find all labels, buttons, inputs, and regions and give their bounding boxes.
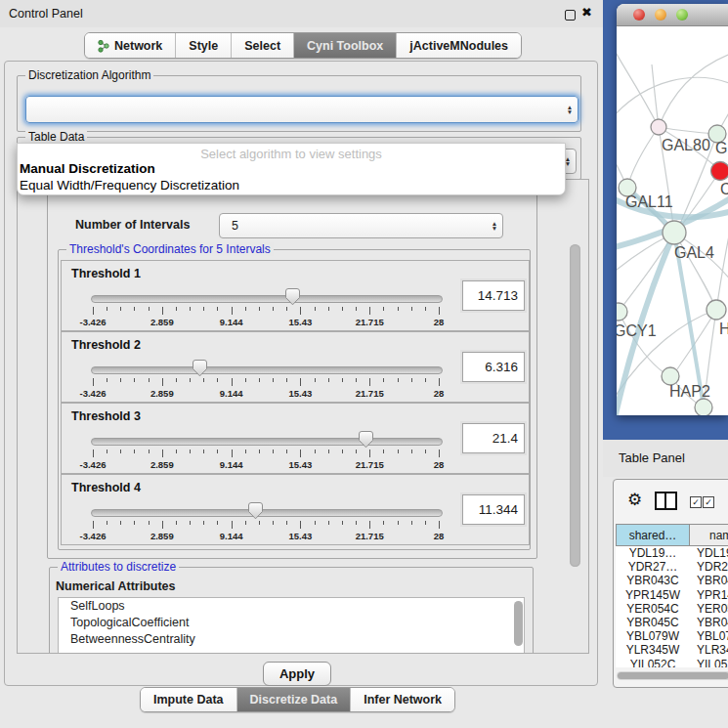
- tab-cyni-toolbox[interactable]: Cyni Toolbox: [294, 33, 397, 58]
- cell-shared-name[interactable]: YDR27…: [616, 560, 690, 574]
- threshold-value-field[interactable]: 14.713: [462, 280, 525, 311]
- slider-track[interactable]: [91, 438, 443, 446]
- minimize-traffic-light-icon[interactable]: [655, 9, 666, 21]
- table-row[interactable]: YBR045CYBR045C: [616, 616, 728, 629]
- table-row[interactable]: YBL079WYBL079W: [616, 629, 728, 643]
- cell-name[interactable]: YIL052C: [690, 658, 728, 668]
- zoom-traffic-light-icon[interactable]: [676, 9, 688, 21]
- network-edge[interactable]: [617, 77, 728, 118]
- right-node[interactable]: [707, 300, 726, 320]
- numerical-attributes-list[interactable]: SelfLoopsTopologicalCoefficientBetweenne…: [58, 597, 525, 654]
- cell-shared-name[interactable]: YBL079W: [616, 629, 690, 643]
- GAL4-node[interactable]: [663, 221, 686, 244]
- table-row[interactable]: YER054CYER054C: [616, 602, 728, 616]
- table-row[interactable]: YLR345WYLR345W: [616, 643, 728, 657]
- network-edge[interactable]: [627, 127, 659, 188]
- slider-tick: [176, 307, 177, 311]
- dropdown-option-manual[interactable]: Manual Discretization: [20, 161, 155, 176]
- cell-shared-name[interactable]: YLR345W: [616, 643, 690, 657]
- cell-name[interactable]: YBR045C: [690, 616, 728, 629]
- table-row[interactable]: YDR27…YDR27…: [616, 560, 728, 574]
- tab-infer-network[interactable]: Infer Network: [351, 688, 454, 711]
- cell-name[interactable]: YBL079W: [690, 629, 728, 643]
- slider-tick: [369, 307, 370, 315]
- cell-shared-name[interactable]: YBR045C: [616, 616, 690, 629]
- threshold-value-field[interactable]: 11.344: [462, 494, 525, 525]
- table-horizontal-scrollbar[interactable]: [617, 671, 728, 680]
- GAL80-node[interactable]: [651, 119, 666, 135]
- cell-shared-name[interactable]: YIL052C: [616, 658, 690, 668]
- cell-name[interactable]: YPR145W: [690, 588, 728, 602]
- attribute-list-item[interactable]: TopologicalCoefficient: [59, 615, 524, 631]
- slider-track[interactable]: [91, 295, 443, 303]
- close-icon[interactable]: ✖: [581, 5, 592, 20]
- slider-thumb[interactable]: [248, 502, 263, 520]
- table-row[interactable]: YIL052CYIL052C: [616, 658, 728, 668]
- cell-shared-name[interactable]: YBR043C: [616, 574, 690, 587]
- threshold-value-field[interactable]: 21.4: [462, 423, 525, 453]
- table-row[interactable]: YPR145WYPR145W: [616, 588, 728, 602]
- tab-discretize-data[interactable]: Discretize Data: [237, 688, 352, 711]
- column-header-name[interactable]: name: [690, 524, 728, 546]
- attribute-list-item[interactable]: BetweennessCentrality: [59, 631, 524, 648]
- combo-stepper-icon[interactable]: ▲▼: [487, 221, 502, 231]
- slider-tick: [315, 378, 316, 382]
- scrollbar-thumb[interactable]: [618, 672, 728, 679]
- network-graph[interactable]: GAL80GCGAL11GAL4GCY1HHAP2: [617, 25, 728, 415]
- columns-icon[interactable]: [655, 492, 677, 510]
- float-window-icon[interactable]: [565, 10, 576, 21]
- tab-select[interactable]: Select: [232, 33, 294, 58]
- tick-label: 28: [434, 317, 445, 327]
- cell-name[interactable]: YDR27…: [690, 560, 728, 574]
- algorithm-combobox[interactable]: ▲▼: [25, 96, 578, 123]
- network-edge[interactable]: [652, 64, 659, 127]
- slider-thumb[interactable]: [359, 431, 373, 449]
- attribute-list-item[interactable]: SelfLoops: [59, 598, 524, 615]
- cell-name[interactable]: YER054C: [690, 602, 728, 616]
- apply-button[interactable]: Apply: [263, 662, 331, 686]
- slider-thumb[interactable]: [193, 360, 207, 377]
- settings-vertical-scrollbar[interactable]: [570, 244, 580, 567]
- list-scrollbar[interactable]: [514, 601, 523, 646]
- slider-thumb[interactable]: [285, 288, 300, 306]
- gear-icon[interactable]: ⚙: [627, 490, 642, 510]
- tab-network[interactable]: Network: [85, 33, 176, 58]
- slider-tick: [120, 378, 121, 382]
- cell-shared-name[interactable]: YPR145W: [616, 588, 690, 602]
- table-row[interactable]: YBR043CYBR043C: [616, 574, 728, 587]
- slider-tick: [149, 307, 150, 311]
- close-traffic-light-icon[interactable]: [633, 9, 645, 21]
- slider-tick: [107, 450, 107, 453]
- slider-track[interactable]: [91, 509, 443, 517]
- tick-label: 15.43: [289, 531, 313, 541]
- tab-style[interactable]: Style: [176, 33, 232, 58]
- cell-shared-name[interactable]: YER054C: [616, 602, 690, 616]
- cell-name[interactable]: YDL19…: [690, 546, 728, 560]
- network-edge[interactable]: [659, 55, 728, 127]
- checkbox-icon[interactable]: ✓: [703, 496, 714, 508]
- tab-label: Network: [114, 39, 162, 53]
- cell-name[interactable]: YLR345W: [690, 643, 728, 657]
- tab-impute-data[interactable]: Impute Data: [141, 688, 237, 711]
- checkbox-icon[interactable]: ✓: [690, 496, 702, 508]
- cell-name[interactable]: YBR043C: [690, 574, 728, 587]
- GCY1-node[interactable]: [617, 303, 627, 321]
- combo-stepper-icon[interactable]: ▲▼: [562, 105, 578, 114]
- threshold-value-field[interactable]: 6.316: [462, 352, 525, 382]
- network-edge[interactable]: [617, 45, 659, 127]
- network-window-titlebar[interactable]: [617, 4, 728, 26]
- slider-tick: [217, 521, 218, 525]
- column-header-shared-name[interactable]: shared…: [616, 524, 690, 546]
- tab-jactivemnodules[interactable]: jActiveMNodules: [397, 33, 521, 58]
- slider-track[interactable]: [91, 366, 443, 374]
- red-node[interactable]: [711, 162, 728, 181]
- table-row[interactable]: YDL19…YDL19…: [616, 546, 728, 560]
- slider-tick: [439, 521, 440, 529]
- dropdown-option-equal-width[interactable]: Equal Width/Frequency Discretization: [20, 178, 239, 193]
- column-header-label: name: [709, 529, 728, 542]
- num-intervals-value: 5: [220, 219, 487, 233]
- cell-shared-name[interactable]: YDL19…: [616, 546, 690, 560]
- slider-tick: [162, 450, 163, 457]
- num-intervals-combobox[interactable]: 5 ▲▼: [219, 213, 503, 238]
- bottom-node[interactable]: [695, 399, 712, 415]
